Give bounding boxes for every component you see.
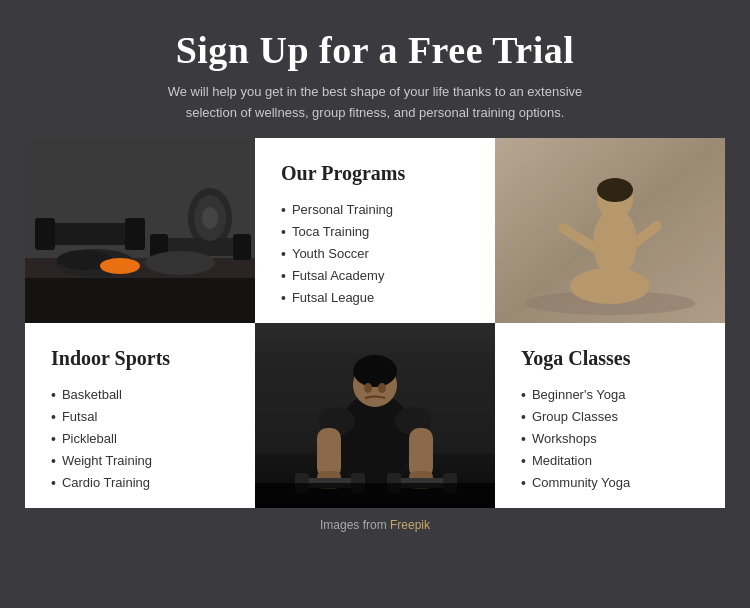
svg-rect-7 xyxy=(233,234,251,260)
svg-rect-25 xyxy=(495,138,725,323)
list-item: Meditation xyxy=(521,450,699,472)
indoor-sports-section: Indoor Sports Basketball Futsal Pickleba… xyxy=(25,323,255,508)
gym-weights-image xyxy=(25,138,255,323)
yoga-classes-list: Beginner's Yoga Group Classes Workshops … xyxy=(521,384,699,494)
list-item: Workshops xyxy=(521,428,699,450)
list-item: Futsal League xyxy=(281,287,469,309)
indoor-sports-list: Basketball Futsal Pickleball Weight Trai… xyxy=(51,384,229,494)
list-item: Toca Training xyxy=(281,221,469,243)
list-item: Youth Soccer xyxy=(281,243,469,265)
programs-title: Our Programs xyxy=(281,162,469,185)
svg-point-46 xyxy=(378,383,386,393)
svg-rect-3 xyxy=(35,218,55,250)
list-item: Futsal xyxy=(51,406,229,428)
subtitle: We will help you get in the best shape o… xyxy=(165,82,585,124)
freepik-link[interactable]: Freepik xyxy=(390,518,430,532)
list-item: Basketball xyxy=(51,384,229,406)
list-item: Beginner's Yoga xyxy=(521,384,699,406)
yoga-pose-image xyxy=(495,138,725,323)
yoga-classes-section: Yoga Classes Beginner's Yoga Group Class… xyxy=(495,323,725,508)
svg-rect-15 xyxy=(25,278,255,323)
footer-text: Images from xyxy=(320,518,390,532)
gym-weights-svg xyxy=(25,138,255,323)
programs-grid: Our Programs Personal Training Toca Trai… xyxy=(25,138,725,508)
yoga-classes-title: Yoga Classes xyxy=(521,347,699,370)
list-item: Personal Training xyxy=(281,199,469,221)
page-container: Sign Up for a Free Trial We will help yo… xyxy=(0,0,750,608)
svg-point-11 xyxy=(145,251,215,275)
yoga-pose-svg xyxy=(495,138,725,323)
svg-point-31 xyxy=(353,355,397,387)
list-item: Cardio Training xyxy=(51,472,229,494)
svg-point-10 xyxy=(100,258,140,274)
programs-section: Our Programs Personal Training Toca Trai… xyxy=(255,138,495,323)
header-section: Sign Up for a Free Trial We will help yo… xyxy=(0,0,750,138)
indoor-sports-title: Indoor Sports xyxy=(51,347,229,370)
list-item: Community Yoga xyxy=(521,472,699,494)
list-item: Pickleball xyxy=(51,428,229,450)
list-item: Futsal Academy xyxy=(281,265,469,287)
list-item: Group Classes xyxy=(521,406,699,428)
svg-rect-34 xyxy=(317,428,341,478)
main-title: Sign Up for a Free Trial xyxy=(20,28,730,72)
programs-list: Personal Training Toca Training Youth So… xyxy=(281,199,469,309)
svg-rect-44 xyxy=(255,483,495,508)
svg-point-14 xyxy=(202,207,218,229)
footer: Images from Freepik xyxy=(320,508,430,532)
svg-rect-35 xyxy=(409,428,433,478)
trainer-image xyxy=(255,323,495,508)
svg-point-45 xyxy=(364,383,372,393)
svg-rect-4 xyxy=(125,218,145,250)
trainer-svg xyxy=(255,323,495,508)
list-item: Weight Training xyxy=(51,450,229,472)
